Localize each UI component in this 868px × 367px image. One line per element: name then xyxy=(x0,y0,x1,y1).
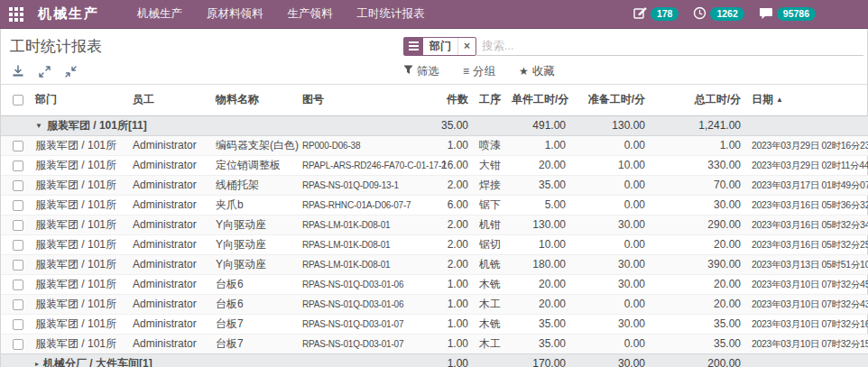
row-checkbox[interactable] xyxy=(13,141,23,151)
facet-remove-icon[interactable]: × xyxy=(457,38,476,55)
cell-qty: 2.00 xyxy=(432,235,474,255)
row-check-cell xyxy=(1,335,30,354)
col-header-material[interactable]: 物料名称 xyxy=(210,85,297,116)
col-header-drawing[interactable]: 图号 xyxy=(297,85,432,116)
col-header-employee[interactable]: 员工 xyxy=(127,85,210,116)
table-row[interactable]: 服装军团 / 101所AdministratorY向驱动座RPAS-LM-01K… xyxy=(1,235,868,255)
table-row[interactable]: 服装军团 / 101所AdministratorY向驱动座RPAS-LM-01K… xyxy=(1,255,868,275)
cell-drawing: RPAS-LM-01K-D08-01 xyxy=(297,235,432,255)
systray: 178 1262 95786 xyxy=(633,6,868,23)
select-all-checkbox[interactable] xyxy=(13,95,23,106)
cell-material: 台板7 xyxy=(210,335,297,354)
search-bar: 部门 × xyxy=(403,37,867,56)
cell-total: 20.00 xyxy=(651,235,746,255)
cell-dept: 服装军团 / 101所 xyxy=(30,136,127,156)
cell-prep: 30.00 xyxy=(571,255,651,275)
systray-messages[interactable]: 95786 xyxy=(759,6,816,23)
compose-icon xyxy=(633,6,647,23)
group-by-button[interactable]: ≡ 分组 xyxy=(463,64,495,79)
cell-process: 机铣 xyxy=(474,255,506,275)
cell-total: 70.00 xyxy=(651,176,746,196)
row-checkbox[interactable] xyxy=(13,240,23,251)
favorites-button[interactable]: ★ 收藏 xyxy=(519,64,555,79)
select-all-cell xyxy=(1,85,30,116)
cell-total: 30.00 xyxy=(651,196,746,216)
col-header-total[interactable]: 总工时/分 xyxy=(651,85,746,116)
cell-material: 定位销调整板 xyxy=(210,156,297,176)
col-header-qty[interactable]: 件数 xyxy=(432,85,474,116)
cell-date: 2023年03月29日 02时11分44秒 xyxy=(746,156,868,176)
col-header-process[interactable]: 工序 xyxy=(474,85,506,116)
row-checkbox[interactable] xyxy=(13,220,23,231)
group-label: ▼服装军团 / 101所[11] xyxy=(30,116,432,136)
cell-employee: Administrator xyxy=(127,255,210,275)
search-input[interactable] xyxy=(476,37,863,56)
cell-total: 330.00 xyxy=(651,156,746,176)
export-download-icon[interactable] xyxy=(12,65,24,78)
funnel-icon xyxy=(403,65,413,78)
row-checkbox[interactable] xyxy=(13,299,23,310)
caret-right-icon: ▸ xyxy=(35,360,39,367)
col-header-date[interactable]: 日期▲ xyxy=(746,85,868,116)
cell-prep: 30.00 xyxy=(571,315,651,335)
group-row[interactable]: ▸机械分厂 / 大件车间[1]1.00170.0030.00200.00 xyxy=(1,354,868,367)
cell-unit: 20.00 xyxy=(506,156,571,176)
group-row[interactable]: ▼服装军团 / 101所[11]35.00491.00130.001,241.0… xyxy=(1,116,868,136)
col-header-dept[interactable]: 部门 xyxy=(30,85,127,116)
row-checkbox[interactable] xyxy=(13,200,23,211)
cell-prep: 10.00 xyxy=(571,156,651,176)
row-check-cell xyxy=(1,295,30,315)
cell-drawing: RPAS-NS-01Q-D03-01-06 xyxy=(297,295,432,315)
menu-item-shengchanlingliao[interactable]: 生产领料 xyxy=(288,6,333,22)
table-row[interactable]: 服装军团 / 101所Administrator台板7RPAS-NS-01Q-D… xyxy=(1,315,868,335)
menu-item-yuancailiaolingliao[interactable]: 原材料领料 xyxy=(207,6,263,22)
row-checkbox[interactable] xyxy=(13,339,23,350)
row-checkbox[interactable] xyxy=(13,180,23,191)
row-checkbox[interactable] xyxy=(13,280,23,290)
table-row[interactable]: 服装军团 / 101所Administrator台板7RPAS-NS-01Q-D… xyxy=(1,335,868,354)
cell-material: 台板7 xyxy=(210,315,297,335)
col-header-unit[interactable]: 单件工时/分 xyxy=(506,85,571,116)
cell-process: 木工 xyxy=(474,335,506,354)
row-checkbox[interactable] xyxy=(13,260,23,271)
cell-unit: 20.00 xyxy=(506,275,571,295)
cell-total: 290.00 xyxy=(651,216,746,235)
table-row[interactable]: 服装军团 / 101所Administrator线桶托架RPAS-NS-01Q-… xyxy=(1,176,868,196)
cell-qty: 2.00 xyxy=(432,176,474,196)
cell-employee: Administrator xyxy=(127,235,210,255)
cell-date: 2023年03月16日 05时36分32秒 xyxy=(746,196,868,216)
cell-drawing: RPAS-NS-01Q-D03-01-07 xyxy=(297,335,432,354)
clock-icon xyxy=(693,6,706,23)
cell-qty: 2.00 xyxy=(432,255,474,275)
clock-count-badge: 1262 xyxy=(710,7,743,21)
menu-item-gongshitongjibaobiao[interactable]: 工时统计报表 xyxy=(357,6,425,22)
cell-material: 台板6 xyxy=(210,275,297,295)
group-check-cell xyxy=(1,116,30,136)
cell-unit: 10.00 xyxy=(506,235,571,255)
search-option-buttons: 筛选 ≡ 分组 ★ 收藏 xyxy=(403,64,867,79)
table-row[interactable]: 服装军团 / 101所Administrator台板6RPAS-NS-01Q-D… xyxy=(1,295,868,315)
filters-button[interactable]: 筛选 xyxy=(403,64,439,79)
apps-grid-icon[interactable] xyxy=(9,7,23,22)
cell-material: 线桶托架 xyxy=(210,176,297,196)
table-row[interactable]: 服装军团 / 101所Administrator台板6RPAS-NS-01Q-D… xyxy=(1,275,868,295)
cell-drawing: RPAS-NS-01Q-D03-01-06 xyxy=(297,275,432,295)
cell-date: 2023年03月16日 05时32分25秒 xyxy=(746,235,868,255)
table-row[interactable]: 服装军团 / 101所Administrator定位销调整板RPAPL-ARS-… xyxy=(1,156,868,176)
cell-date: 2023年03月13日 05时51分10秒 xyxy=(746,255,868,275)
row-checkbox[interactable] xyxy=(13,161,23,171)
col-header-prep[interactable]: 准备工时/分 xyxy=(571,85,651,116)
systray-activities[interactable]: 178 xyxy=(633,6,679,23)
cell-total: 20.00 xyxy=(651,295,746,315)
menu-item-jixieshengchan[interactable]: 机械生产 xyxy=(137,6,182,22)
cell-process: 焊接 xyxy=(474,176,506,196)
cell-date: 2023年03月10日 07时32分16秒 xyxy=(746,315,868,335)
row-checkbox[interactable] xyxy=(13,319,23,330)
cell-dept: 服装军团 / 101所 xyxy=(30,216,127,235)
table-row[interactable]: 服装军团 / 101所Administrator编码器支架(白色)RP000-D… xyxy=(1,136,868,156)
expand-icon[interactable] xyxy=(39,66,51,78)
table-row[interactable]: 服装军团 / 101所AdministratorY向驱动座RPAS-LM-01K… xyxy=(1,216,868,235)
table-row[interactable]: 服装军团 / 101所Administrator夹爪bRPAS-RHNC-01A… xyxy=(1,196,868,216)
compress-icon[interactable] xyxy=(65,66,77,78)
systray-clock[interactable]: 1262 xyxy=(693,6,743,23)
